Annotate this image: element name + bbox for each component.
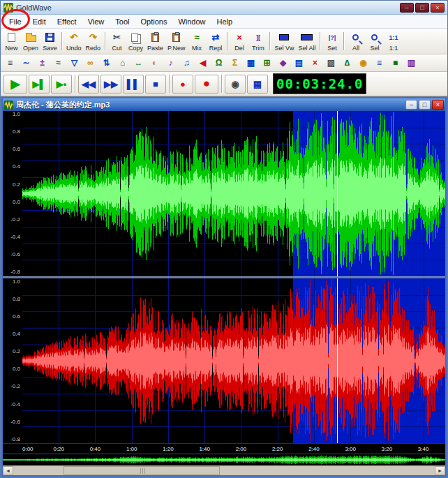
mechanize-button[interactable]: ⌂ <box>115 56 130 70</box>
delete-button[interactable]: ×Del <box>230 30 248 53</box>
waveform-left-canvas[interactable] <box>22 111 445 276</box>
menu-item-options[interactable]: Options <box>135 16 172 27</box>
amplitude-label: -0.6 <box>3 419 20 425</box>
shape-volume-button[interactable]: ◆ <box>276 56 290 70</box>
play-from-marker-button[interactable]: ▶• <box>51 75 72 94</box>
max-volume-button[interactable]: ■ <box>388 56 403 70</box>
doc-minimize-button[interactable]: – <box>405 100 417 110</box>
scroll-right-button[interactable]: ► <box>435 466 445 475</box>
copy-button[interactable]: Copy <box>126 30 145 53</box>
copy-icon <box>131 32 140 43</box>
invert-button[interactable]: ⇅ <box>99 56 114 70</box>
channel-right: 1.00.80.60.40.20.0-0.2-0.4-0.6-0.8 <box>3 278 445 444</box>
redo-button[interactable]: ↷Redo <box>84 30 103 53</box>
select-all-button[interactable]: Sel All <box>296 30 318 53</box>
undo-button[interactable]: ↶Undo <box>64 30 84 53</box>
zoom-one-to-one-button[interactable]: 1:11:1 <box>384 30 403 53</box>
title-bar[interactable]: GoldWave – □ × <box>1 1 447 15</box>
play-button[interactable]: ▶ <box>3 75 27 94</box>
maximize-button[interactable]: □ <box>415 3 429 13</box>
trim-glyph: ][ <box>256 33 260 43</box>
pop-click-button[interactable]: ∆ <box>340 56 354 70</box>
invert-icon: ⇅ <box>103 58 110 68</box>
replace-button[interactable]: ⇄Repl <box>206 30 225 53</box>
time-label: 2:40 <box>308 446 320 452</box>
fast-forward-button[interactable]: ▶▶ <box>100 75 121 94</box>
paste-button[interactable]: Paste <box>145 30 165 53</box>
zoom-all-button[interactable]: All <box>346 30 365 53</box>
paste-new-button[interactable]: P.New <box>165 30 187 53</box>
close-button[interactable]: × <box>431 3 445 13</box>
document-window-controls: – □ × <box>405 100 444 110</box>
visual-mode-button[interactable]: ▦ <box>247 75 268 94</box>
time-label: 3:40 <box>418 446 429 452</box>
filter-button[interactable]: ▽ <box>67 56 82 70</box>
mix-glyph: ≈ <box>194 33 199 43</box>
cut-button[interactable]: ✂Cut <box>107 30 126 53</box>
dynamics-button[interactable]: ± <box>35 56 50 70</box>
match-volume-button[interactable]: ▥ <box>404 56 419 70</box>
stop-button[interactable]: ■ <box>145 75 166 94</box>
expression-evaluator-button[interactable]: Σ <box>227 56 242 70</box>
overview-waveform-canvas[interactable] <box>3 454 445 465</box>
flanger-button[interactable]: ∞ <box>83 56 98 70</box>
time-axis[interactable]: 0:000:200:401:001:201:402:002:202:403:00… <box>3 443 445 454</box>
open-button[interactable]: Open <box>21 30 40 53</box>
record-new-button[interactable]: ● <box>195 75 218 94</box>
menu-item-tool[interactable]: Tool <box>110 16 135 27</box>
new-button[interactable]: New <box>2 30 21 53</box>
menu-item-edit[interactable]: Edit <box>27 16 52 27</box>
device-controls-button[interactable]: ≡ <box>3 56 17 70</box>
transport-separator <box>169 75 170 93</box>
fade-in-button[interactable]: ▤ <box>292 56 306 70</box>
pitch-button[interactable]: ♪ <box>163 56 178 70</box>
play-all-button[interactable]: ▶▌ <box>29 75 50 94</box>
pan-button[interactable]: ◐ <box>147 56 162 70</box>
record-new-icon: ● <box>203 77 210 91</box>
resample-button[interactable]: Ω <box>211 56 226 70</box>
mix-paste-button[interactable]: ⊞ <box>260 56 274 70</box>
dynamics-icon: ± <box>40 58 45 68</box>
interpolate-button[interactable]: ▦ <box>244 56 258 70</box>
horizontal-scrollbar[interactable]: ◄ ► <box>3 465 445 475</box>
doppler-button[interactable]: ∼ <box>19 56 33 70</box>
record-selection-button[interactable]: ● <box>172 75 193 94</box>
auto-cue-button[interactable]: ◉ <box>356 56 371 70</box>
menu-item-window[interactable]: Window <box>172 16 211 27</box>
fast-forward-icon: ▶▶ <box>104 79 118 89</box>
playback-rate-button[interactable]: ♫ <box>179 56 194 70</box>
mute-button[interactable]: × <box>308 56 322 70</box>
amplitude-label: 0.4 <box>3 331 20 337</box>
scroll-left-button[interactable]: ◄ <box>3 466 13 475</box>
menu-item-view[interactable]: View <box>82 16 110 27</box>
select-view-button[interactable]: Sel Vw <box>272 30 296 53</box>
toolbar-group: NewOpenSave <box>2 30 59 53</box>
cue-points-button[interactable]: ≡ <box>372 56 387 70</box>
rewind-button[interactable]: ◀◀ <box>78 75 99 94</box>
noise-reduction-button[interactable]: ▨ <box>324 56 338 70</box>
document-title-bar[interactable]: 周杰伦 - 蒲公英的约定.mp3 – □ × <box>3 98 445 111</box>
trim-button[interactable]: ][Trim <box>248 30 267 53</box>
menu-item-file[interactable]: File <box>3 16 27 27</box>
overview-strip[interactable] <box>3 454 445 465</box>
save-button[interactable]: Save <box>40 30 59 53</box>
reverse-icon: ◀ <box>200 58 206 68</box>
doc-maximize-button[interactable]: □ <box>419 100 431 110</box>
waveform-right-canvas[interactable] <box>22 278 445 444</box>
mix-button[interactable]: ≈Mix <box>187 30 206 53</box>
doc-close-button[interactable]: × <box>432 100 444 110</box>
scrollbar-thumb[interactable] <box>64 466 219 475</box>
amplitude-label: 0.4 <box>3 164 20 170</box>
stop-icon: ■ <box>153 79 158 89</box>
monitor-button[interactable]: ◉ <box>225 75 246 94</box>
echo-button[interactable]: ≈ <box>51 56 66 70</box>
menu-item-help[interactable]: Help <box>211 16 239 27</box>
set-selection-button[interactable]: |?|Set <box>322 30 341 53</box>
offset-button[interactable]: ↔ <box>131 56 146 70</box>
zoom-selection-button[interactable]: Sel <box>365 30 384 53</box>
pause-button[interactable]: ▌▌ <box>123 75 144 94</box>
reverse-button[interactable]: ◀ <box>195 56 210 70</box>
menu-item-effect[interactable]: Effect <box>52 16 82 27</box>
minimize-button[interactable]: – <box>400 3 414 13</box>
scrollbar-track[interactable] <box>13 466 435 475</box>
